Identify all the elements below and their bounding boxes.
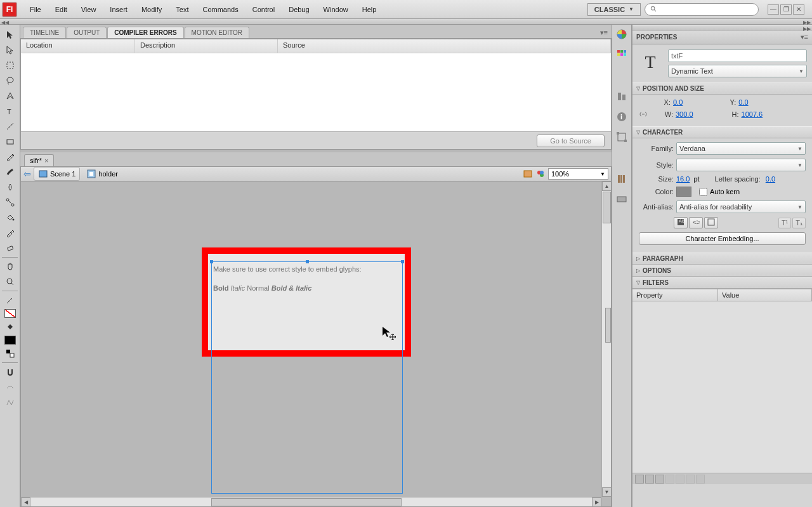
zoom-tool[interactable]	[1, 275, 19, 289]
presets-icon[interactable]	[645, 475, 654, 484]
collapse-strip[interactable]: ◀◀ ▶▶	[0, 19, 812, 25]
link-wh-icon[interactable]	[639, 110, 648, 119]
scroll-down-icon[interactable]: ▼	[602, 487, 612, 497]
close-button[interactable]: ✕	[793, 4, 804, 15]
autokern-checkbox[interactable]	[699, 188, 707, 196]
eraser-tool[interactable]	[1, 241, 19, 255]
section-paragraph[interactable]: ▷ PARAGRAPH	[632, 253, 812, 265]
subscript-toggle[interactable]: T₁	[792, 218, 806, 228]
col-source[interactable]: Source	[278, 39, 611, 53]
character-embedding-button[interactable]: Character Embedding...	[639, 232, 806, 245]
html-toggle[interactable]: <>	[689, 217, 703, 228]
enable-filter-icon[interactable]	[665, 475, 674, 484]
filters-list[interactable]	[632, 301, 812, 473]
edit-scene-icon[interactable]	[523, 169, 533, 179]
font-family-select[interactable]: Verdana ▼	[676, 142, 806, 155]
hand-tool[interactable]	[1, 260, 19, 273]
maximize-button[interactable]: ❐	[780, 4, 792, 15]
go-to-source-button[interactable]: Go to Source	[537, 135, 605, 147]
breadcrumb-symbol[interactable]: holder	[82, 168, 122, 180]
smooth-tool[interactable]	[1, 380, 19, 394]
scroll-right-icon[interactable]: ▶	[592, 497, 601, 507]
tab-motion-editor[interactable]: MOTION EDITOR	[185, 27, 249, 38]
selection-tool[interactable]	[1, 28, 19, 42]
reset-filter-icon[interactable]	[686, 475, 695, 484]
menu-file[interactable]: File	[23, 3, 48, 16]
close-tab-icon[interactable]: ×	[44, 157, 48, 164]
edit-symbols-icon[interactable]	[535, 169, 546, 179]
align-panel-icon[interactable]	[614, 89, 629, 103]
document-tab[interactable]: sifr* ×	[24, 154, 54, 166]
panel-menu-icon[interactable]: ▾≡	[801, 33, 808, 41]
minimize-button[interactable]: —	[768, 4, 779, 15]
info-panel-icon[interactable]: i	[614, 110, 629, 124]
scroll-up-icon[interactable]: ▲	[602, 181, 612, 191]
text-type-select[interactable]: Dynamic Text ▼	[668, 65, 807, 77]
w-value[interactable]: 300.0	[676, 110, 693, 118]
horizontal-scrollbar[interactable]: ◀ ▶	[21, 497, 601, 506]
delete-filter-icon[interactable]	[696, 475, 705, 484]
search-input[interactable]	[645, 3, 759, 16]
section-filters[interactable]: ▽ FILTERS	[632, 277, 812, 289]
transform-panel-icon[interactable]	[614, 130, 629, 144]
scroll-left-icon[interactable]: ◀	[21, 497, 30, 507]
x-value[interactable]: 0.0	[673, 98, 683, 106]
bone-tool[interactable]	[1, 195, 19, 209]
panel-hide-tab[interactable]	[605, 308, 611, 343]
filters-col-value[interactable]: Value	[718, 289, 812, 301]
paint-bucket-tool[interactable]	[1, 211, 19, 225]
menu-window[interactable]: Window	[317, 3, 355, 16]
filters-col-property[interactable]: Property	[632, 289, 718, 301]
menu-insert[interactable]: Insert	[103, 3, 134, 16]
pencil-tool[interactable]	[1, 150, 19, 164]
breadcrumb-scene[interactable]: Scene 1	[34, 167, 80, 181]
col-location[interactable]: Location	[21, 39, 135, 53]
pen-tool[interactable]	[1, 89, 19, 103]
text-field-selection[interactable]: Make sure to use correct style to embed …	[211, 261, 403, 494]
line-tool[interactable]	[1, 119, 19, 133]
error-list[interactable]	[21, 53, 611, 131]
col-description[interactable]: Description	[135, 39, 278, 53]
scroll-thumb-h[interactable]	[211, 498, 402, 506]
text-tool[interactable]: T	[1, 104, 19, 118]
brush-tool[interactable]	[1, 165, 19, 179]
tab-timeline[interactable]: TIMELINE	[23, 27, 66, 38]
antialias-select[interactable]: Anti-alias for readability ▼	[676, 201, 806, 213]
eyedropper-tool[interactable]	[1, 226, 19, 240]
panel-menu-icon[interactable]: ▾≡	[596, 27, 612, 38]
menu-edit[interactable]: Edit	[48, 3, 74, 16]
border-toggle[interactable]	[704, 217, 718, 228]
spacing-value[interactable]: 0.0	[766, 175, 775, 183]
props-collapse-strip[interactable]: ▶▶	[632, 25, 812, 30]
swatches-panel-icon[interactable]	[614, 48, 629, 62]
menu-help[interactable]: Help	[355, 3, 384, 16]
menu-view[interactable]: View	[74, 3, 103, 16]
fill-color-tool[interactable]	[1, 320, 19, 334]
tab-output[interactable]: OUTPUT	[67, 27, 107, 38]
add-filter-icon[interactable]	[635, 475, 644, 484]
free-transform-tool[interactable]	[1, 58, 19, 72]
subselection-tool[interactable]	[1, 43, 19, 57]
swap-colors-tool[interactable]	[1, 346, 19, 360]
fill-swatch[interactable]	[4, 336, 16, 345]
stroke-swatch[interactable]	[4, 309, 16, 318]
font-style-select[interactable]: ▼	[676, 159, 806, 171]
stage[interactable]: Make sure to use correct style to embed …	[20, 181, 612, 507]
section-character[interactable]: ▽ CHARACTER	[632, 126, 812, 138]
menu-debug[interactable]: Debug	[282, 3, 316, 16]
color-panel-icon[interactable]	[614, 27, 629, 41]
deco-tool[interactable]	[1, 180, 19, 194]
vertical-scrollbar[interactable]: ▲ ▼	[601, 181, 611, 497]
menu-control[interactable]: Control	[246, 3, 282, 16]
size-value[interactable]: 16.0	[676, 175, 690, 183]
section-position-size[interactable]: ▽ POSITION AND SIZE	[632, 82, 812, 95]
lasso-tool[interactable]	[1, 74, 19, 88]
h-value[interactable]: 1007.6	[742, 110, 763, 118]
clipboard-icon[interactable]	[655, 475, 664, 484]
instance-name-input[interactable]: txtF	[668, 49, 807, 62]
text-color-swatch[interactable]	[676, 187, 691, 197]
menu-commands[interactable]: Commands	[195, 3, 245, 16]
tab-compiler-errors[interactable]: COMPILER ERRORS	[107, 27, 183, 38]
scroll-thumb-v[interactable]	[603, 192, 611, 223]
zoom-input[interactable]: 100% ▼	[548, 168, 608, 180]
